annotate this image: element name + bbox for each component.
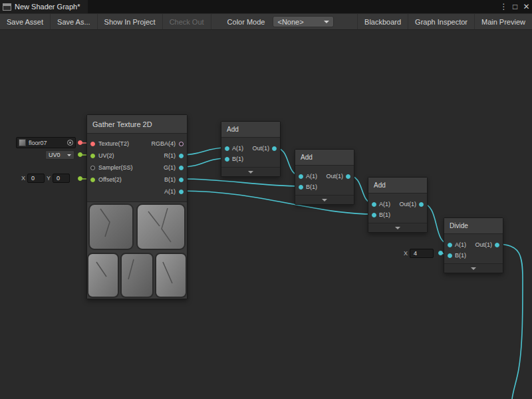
rgba-output-port[interactable] bbox=[179, 142, 184, 146]
node-body: A(1) Out(1) B(1) bbox=[221, 138, 280, 167]
port-label: Out(1) bbox=[399, 201, 416, 207]
preview-collapse-toggle[interactable] bbox=[444, 263, 503, 273]
port-label: RGBA(4) bbox=[151, 140, 176, 147]
port-label: Texture(T2) bbox=[98, 140, 129, 147]
port-label: Out(1) bbox=[475, 241, 492, 248]
chevron-down-icon bbox=[395, 227, 400, 229]
texture-property-port[interactable] bbox=[78, 140, 82, 145]
window-controls: ⋮ □ ✕ bbox=[498, 0, 532, 13]
node-gather-texture-2d[interactable]: Gather Texture 2D Texture(T2) UV(2) Samp… bbox=[86, 114, 188, 299]
offset-input-port[interactable] bbox=[90, 178, 95, 182]
divide-b-input[interactable]: 4 bbox=[410, 249, 434, 258]
port-row: G(1) bbox=[148, 162, 187, 174]
color-mode-label: Color Mode bbox=[222, 14, 271, 29]
b-input-port[interactable] bbox=[372, 213, 376, 217]
node-add-1[interactable]: Add A(1) Out(1) B(1) bbox=[221, 121, 281, 177]
b-input-port[interactable] bbox=[448, 253, 452, 258]
port-row: B(1) bbox=[148, 174, 187, 186]
gather-port-area: Texture(T2) UV(2) Sampler(SS) Offset(2) … bbox=[87, 134, 187, 201]
offset-x-label: X bbox=[21, 175, 25, 182]
node-add-2[interactable]: Add A(1) Out(1) B(1) bbox=[295, 149, 354, 205]
a-input-port[interactable] bbox=[225, 146, 229, 151]
texture-asset-field[interactable]: floor07 bbox=[16, 137, 76, 148]
node-add-3[interactable]: Add A(1) Out(1) B(1) bbox=[368, 177, 428, 233]
port-row: A(1) bbox=[148, 186, 187, 198]
preview-collapse-toggle[interactable] bbox=[368, 223, 427, 232]
b-input-port[interactable] bbox=[299, 185, 303, 190]
out-output-port[interactable] bbox=[419, 202, 424, 207]
chevron-down-icon bbox=[248, 171, 253, 174]
save-asset-button[interactable]: Save Asset bbox=[0, 14, 51, 29]
title-bar: New Shader Graph* ⋮ □ ✕ bbox=[0, 0, 532, 13]
color-mode-value: <None> bbox=[277, 18, 303, 26]
show-in-project-button[interactable]: Show In Project bbox=[98, 14, 163, 29]
check-out-button: Check Out bbox=[163, 14, 211, 29]
port-label: Offset(2) bbox=[98, 176, 122, 183]
a-input-port[interactable] bbox=[299, 174, 303, 179]
divide-b-value-field: X 4 bbox=[404, 249, 434, 258]
graph-toolbar: Save Asset Save As... Show In Project Ch… bbox=[0, 13, 532, 30]
graph-canvas[interactable] bbox=[0, 30, 532, 399]
offset-x-input[interactable]: 0 bbox=[27, 174, 45, 183]
offset-vector-field: X 0 Y 0 bbox=[21, 174, 70, 183]
node-body: A(1) Out(1) B(1) bbox=[295, 166, 354, 195]
chevron-down-icon bbox=[322, 199, 327, 201]
port-label: A(1) bbox=[455, 241, 466, 248]
port-row: RGBA(4) bbox=[148, 138, 187, 150]
shader-graph-icon bbox=[3, 3, 11, 11]
graph-inspector-toggle-button[interactable]: Graph Inspector bbox=[408, 14, 474, 29]
port-label: Out(1) bbox=[326, 173, 343, 180]
port-label: Out(1) bbox=[252, 145, 269, 152]
a-input-port[interactable] bbox=[448, 243, 452, 247]
shader-graph-window: New Shader Graph* ⋮ □ ✕ Save Asset Save … bbox=[0, 0, 532, 399]
save-as-button[interactable]: Save As... bbox=[51, 14, 98, 29]
b-input-port[interactable] bbox=[225, 157, 229, 162]
node-title[interactable]: Gather Texture 2D bbox=[87, 115, 187, 134]
port-label: Sampler(SS) bbox=[98, 164, 133, 171]
gather-inputs: Texture(T2) UV(2) Sampler(SS) Offset(2) bbox=[87, 138, 136, 186]
node-title[interactable]: Divide bbox=[444, 218, 503, 234]
port-label: A(1) bbox=[164, 188, 176, 195]
port-label: R(1) bbox=[164, 152, 176, 159]
close-icon[interactable]: ✕ bbox=[521, 0, 532, 13]
maximize-icon[interactable]: □ bbox=[509, 0, 521, 13]
main-preview-toggle-button[interactable]: Main Preview bbox=[474, 14, 532, 29]
window-menu-icon[interactable]: ⋮ bbox=[498, 0, 509, 13]
tab-title: New Shader Graph* bbox=[15, 3, 80, 11]
texture-asset-name: floor07 bbox=[29, 140, 47, 146]
preview-collapse-toggle[interactable] bbox=[295, 195, 354, 204]
port-label: G(1) bbox=[164, 164, 176, 171]
out-output-port[interactable] bbox=[346, 174, 350, 179]
a-input-port[interactable] bbox=[372, 202, 376, 207]
out-output-port[interactable] bbox=[272, 146, 277, 151]
node-title[interactable]: Add bbox=[368, 178, 427, 194]
port-label: A(1) bbox=[379, 201, 390, 207]
divide-b-label: X bbox=[404, 250, 408, 257]
node-divide[interactable]: Divide A(1) Out(1) B(1) bbox=[444, 217, 503, 273]
uv-property-port[interactable] bbox=[78, 152, 82, 157]
color-mode-dropdown[interactable]: <None> bbox=[273, 16, 334, 27]
port-label: B(1) bbox=[232, 156, 243, 162]
preview-collapse-toggle[interactable] bbox=[221, 167, 280, 176]
uv-input-port[interactable] bbox=[90, 154, 95, 158]
gather-outputs: RGBA(4) R(1) G(1) B(1) A(1) bbox=[148, 138, 187, 198]
port-row: R(1) bbox=[148, 150, 187, 162]
b-output-port[interactable] bbox=[179, 178, 184, 182]
a-output-port[interactable] bbox=[179, 190, 184, 194]
sampler-input-port[interactable] bbox=[90, 166, 95, 170]
g-output-port[interactable] bbox=[179, 166, 184, 170]
blackboard-toggle-button[interactable]: Blackboard bbox=[357, 14, 408, 29]
offset-y-input[interactable]: 0 bbox=[53, 174, 70, 183]
tab-shader-graph[interactable]: New Shader Graph* bbox=[0, 0, 88, 13]
offset-property-port[interactable] bbox=[78, 176, 82, 181]
texture-input-port[interactable] bbox=[90, 142, 95, 146]
node-title[interactable]: Add bbox=[295, 150, 354, 166]
divide-b-property-port[interactable] bbox=[438, 251, 443, 255]
port-label: UV(2) bbox=[98, 152, 114, 159]
out-output-port[interactable] bbox=[495, 243, 499, 247]
uv-channel-dropdown[interactable]: UV0 bbox=[45, 150, 74, 160]
port-label: A(1) bbox=[306, 173, 317, 180]
node-title[interactable]: Add bbox=[221, 122, 280, 138]
r-output-port[interactable] bbox=[179, 154, 184, 158]
object-picker-icon[interactable] bbox=[67, 140, 73, 146]
